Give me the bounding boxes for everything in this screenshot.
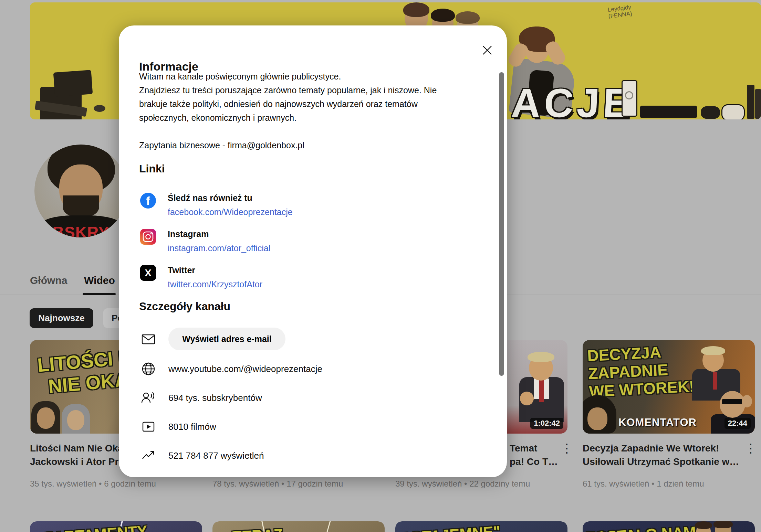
close-button[interactable]	[478, 41, 497, 60]
instagram-icon	[140, 229, 156, 245]
video-meta: 78 tys. wyświetleń • 17 godzin temu	[212, 479, 343, 489]
thumb-trump-hair	[528, 352, 554, 362]
thumb-caption: KOMENTATOR	[618, 416, 697, 429]
banner-mouse-art	[94, 105, 105, 112]
thumb-putin-hand	[742, 395, 752, 407]
view-count: 521 784 877 wyświetleń	[168, 450, 264, 461]
tab-glowna[interactable]: Główna	[30, 275, 67, 286]
links-heading: Linki	[139, 162, 165, 175]
detail-row-website: www.youtube.com/@wideoprezentacje	[141, 361, 322, 376]
thumb-person-face	[67, 410, 84, 430]
banner-character-hair	[403, 2, 429, 17]
twitter-icon: X	[140, 265, 156, 281]
video-duration: 22:44	[724, 418, 751, 429]
business-email-line: Zapytania biznesowe - firma@goldenbox.pl	[139, 138, 483, 152]
banner-gamepad-dark	[701, 106, 720, 119]
detail-row-subscribers: 694 tys. subskrybentów	[141, 390, 262, 405]
video-thumbnail[interactable]: TERAZ	[212, 521, 385, 532]
views-icon	[141, 448, 156, 463]
thumb-lightning	[322, 521, 331, 532]
video-meta: 35 tys. wyświetleń • 6 godzin temu	[30, 479, 156, 489]
banner-letters: ACJE	[510, 79, 635, 119]
thumb-putin-sunglasses	[722, 399, 743, 404]
link-url[interactable]: facebook.com/Wideoprezentacje	[168, 207, 293, 217]
thumb-man-face	[587, 407, 607, 430]
detail-row-views: 521 784 877 wyświetleń	[141, 448, 264, 463]
video-title[interactable]: Litości Nam Nie Okaż Jackowski i Ator Pr…	[30, 441, 129, 468]
tab-wideo-underline	[83, 293, 116, 295]
detail-row-email: Wyświetl adres e-mail	[141, 328, 285, 350]
channel-description: Witam na kanale poświęconym głównie publ…	[139, 70, 483, 152]
about-dialog: Informacje Witam na kanale poświęconym g…	[119, 25, 507, 477]
video-menu-kebab[interactable]: ⋮	[744, 444, 757, 453]
subscriber-count: 694 tys. subskrybentów	[168, 393, 262, 403]
tab-wideo[interactable]: Wideo	[84, 275, 115, 286]
link-row-twitter: X Twitter twitter.com/KrzysztofAtor	[140, 265, 262, 289]
thumb-putin-face	[720, 391, 745, 418]
banner-character-hair	[456, 11, 480, 24]
video-title[interactable]: Decyzja Zapadnie We Wtorek! Usiłowali Ut…	[583, 441, 739, 468]
youtube-channel-page: ACJE Leydgidy (FENNA) UBSKRYB Główna Wid…	[0, 0, 761, 532]
thumb-trump-tie	[713, 372, 717, 390]
banner-wii-ring	[625, 91, 633, 99]
link-row-instagram: Instagram instagram.com/ator_official	[140, 229, 270, 253]
thumb-person-hair	[713, 521, 733, 528]
video-count: 8010 filmów	[168, 422, 216, 432]
video-meta: 61 tys. wyświetleń • 1 dzień temu	[583, 479, 704, 489]
link-row-facebook: f Śledź nas również tu facebook.com/Wide…	[140, 193, 293, 217]
chip-najnowsze[interactable]: Najnowsze	[30, 308, 93, 328]
banner-character-hair	[431, 9, 455, 22]
videos-icon	[141, 419, 156, 434]
video-title[interactable]: Temat pa! Co T…	[510, 441, 558, 468]
facebook-icon: f	[140, 193, 156, 209]
channel-avatar[interactable]: UBSKRYB	[34, 145, 127, 237]
video-thumbnail[interactable]: ZOSTAŁO NAM	[583, 521, 755, 532]
video-meta: 39 tys. wyświetleń • 22 godziny temu	[395, 479, 530, 489]
banner-gamepad-light	[721, 104, 745, 119]
video-thumbnail[interactable]: DECYZJA ZAPADNIE WE WTOREK! KOMENTATOR 2…	[583, 340, 755, 434]
thumb-trump-fist	[520, 392, 534, 405]
avatar-subscribe-text: UBSKRYB	[34, 223, 127, 237]
video-thumbnail[interactable]: APARTAMENTY	[30, 521, 202, 532]
link-label: Twitter	[168, 265, 262, 275]
banner-monitor-art	[53, 70, 93, 97]
thumb-trump-hair	[701, 346, 725, 355]
video-menu-kebab[interactable]: ⋮	[561, 444, 573, 453]
thumb-person-face	[37, 407, 55, 429]
details-heading: Szczegóły kanału	[139, 300, 230, 313]
link-url[interactable]: twitter.com/KrzysztofAtor	[168, 279, 262, 289]
video-duration: 1:02:42	[530, 418, 563, 429]
subscribers-icon	[141, 390, 156, 405]
banner-signature: Leydgidy (FENNA)	[597, 2, 643, 21]
channel-url[interactable]: www.youtube.com/@wideoprezentacje	[168, 364, 322, 374]
email-icon	[141, 331, 156, 347]
link-label: Instagram	[168, 229, 270, 239]
thumb-trump-tie	[539, 379, 544, 402]
video-thumbnail[interactable]: POTAJEMNE"	[395, 521, 567, 532]
thumb-person-hair	[695, 521, 712, 529]
banner-console-stack	[747, 85, 754, 119]
detail-row-videos: 8010 filmów	[141, 419, 216, 434]
link-label: Śledź nas również tu	[168, 193, 293, 203]
dialog-scrollbar[interactable]	[499, 72, 504, 376]
banner-ps4-console	[640, 106, 697, 118]
link-url[interactable]: instagram.com/ator_official	[168, 243, 270, 253]
avatar-beard	[63, 195, 99, 218]
globe-icon	[141, 361, 156, 376]
show-email-button[interactable]: Wyświetl adres e-mail	[168, 328, 285, 350]
close-icon	[478, 41, 497, 60]
banner-console-stack	[755, 89, 761, 119]
